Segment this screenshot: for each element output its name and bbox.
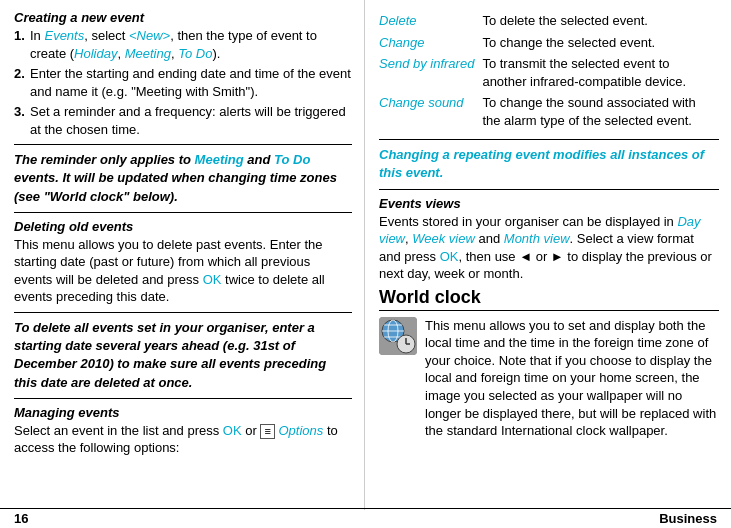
- list-item: 2. Enter the starting and ending date an…: [14, 65, 352, 100]
- warning-1: The reminder only applies to Meeting and…: [14, 151, 352, 206]
- step3-text: Set a reminder and a frequency: alerts w…: [30, 103, 352, 138]
- step2-text: Enter the starting and ending date and t…: [30, 65, 352, 100]
- todo-ref: To Do: [274, 152, 310, 167]
- options-table: Delete To delete the selected event. Cha…: [379, 10, 719, 131]
- right-column: Delete To delete the selected event. Cha…: [365, 0, 731, 510]
- options-link: Options: [279, 423, 324, 438]
- divider-2: [14, 212, 352, 213]
- events-link: Events: [44, 28, 84, 43]
- table-row: Send by infrared To transmit the selecte…: [379, 53, 719, 92]
- world-clock-section: This menu allows you to set and display …: [379, 317, 719, 440]
- section1-title: Creating a new event: [14, 10, 352, 25]
- month-view-link: Month view: [504, 231, 570, 246]
- page-number: 16: [14, 511, 28, 526]
- events-views-title: Events views: [379, 196, 719, 211]
- week-view-link: Week view: [412, 231, 475, 246]
- table-row: Delete To delete the selected event.: [379, 10, 719, 32]
- right-divider-1: [379, 139, 719, 140]
- ok-ref-1: OK: [203, 272, 222, 287]
- steps-list: 1. In Events, select <New>, then the typ…: [14, 27, 352, 138]
- label-delete: Delete: [379, 10, 482, 32]
- section3-body: Select an event in the list and press OK…: [14, 422, 352, 457]
- repeating-notice: Changing a repeating event modifies all …: [379, 146, 719, 182]
- repeating-notice-text: Changing a repeating event modifies all …: [379, 147, 704, 180]
- world-clock-icon: [379, 317, 417, 355]
- text-send-infrared: To transmit the selected event to anothe…: [482, 53, 719, 92]
- left-column: Creating a new event 1. In Events, selec…: [0, 0, 365, 510]
- table-row: Change sound To change the sound associa…: [379, 92, 719, 131]
- divider-1: [14, 144, 352, 145]
- list-item: 1. In Events, select <New>, then the typ…: [14, 27, 352, 62]
- text-delete: To delete the selected event.: [482, 10, 719, 32]
- new-link: <New>: [129, 28, 170, 43]
- menu-icon: ≡: [260, 424, 274, 439]
- todo-link: To Do: [178, 46, 212, 61]
- meeting-ref: Meeting: [195, 152, 244, 167]
- label-send-by-infrared: Send by infrared: [379, 53, 482, 92]
- text-change: To change the selected event.: [482, 32, 719, 54]
- footer-bar: 16 Business: [0, 508, 731, 528]
- step-number: 1.: [14, 27, 30, 62]
- divider-3: [14, 312, 352, 313]
- right-divider-2: [379, 189, 719, 190]
- ok-ref-2: OK: [223, 423, 242, 438]
- clock-svg: [379, 317, 417, 355]
- ok-ref-3: OK: [440, 249, 459, 264]
- list-item: 3. Set a reminder and a frequency: alert…: [14, 103, 352, 138]
- label-change-sound: Change sound: [379, 92, 482, 131]
- label-change: Change: [379, 32, 482, 54]
- table-row: Change To change the selected event.: [379, 32, 719, 54]
- world-clock-body-text: This menu allows you to set and display …: [425, 317, 719, 440]
- step-number: 3.: [14, 103, 30, 138]
- section2-body: This menu allows you to delete past even…: [14, 236, 352, 306]
- world-clock-title: World clock: [379, 287, 719, 311]
- warning-2: To delete all events set in your organis…: [14, 319, 352, 392]
- events-views-body: Events stored in your organiser can be d…: [379, 213, 719, 283]
- divider-4: [14, 398, 352, 399]
- section2-title: Deleting old events: [14, 219, 352, 234]
- text-change-sound: To change the sound associated with the …: [482, 92, 719, 131]
- holiday-link: Holiday: [74, 46, 117, 61]
- footer-label: Business: [659, 511, 717, 526]
- meeting-link: Meeting: [125, 46, 171, 61]
- step-number: 2.: [14, 65, 30, 100]
- section3-title: Managing events: [14, 405, 352, 420]
- step1-text: In Events, select <New>, then the type o…: [30, 27, 352, 62]
